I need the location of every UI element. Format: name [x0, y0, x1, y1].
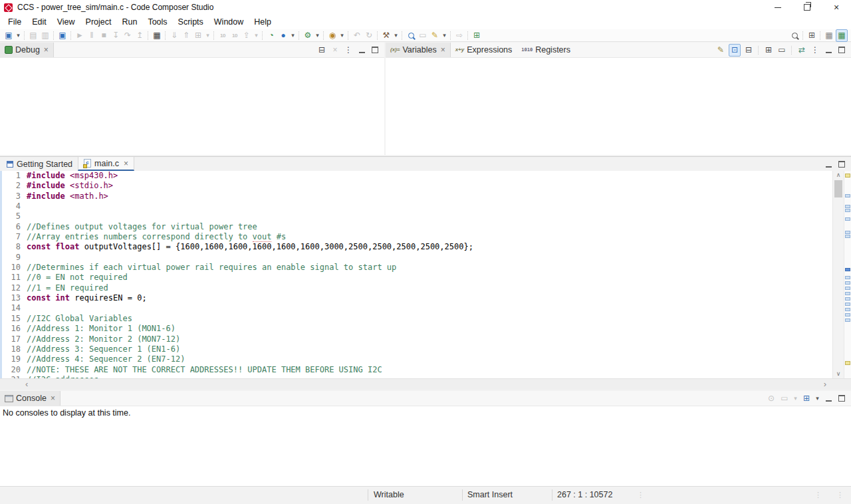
menu-project[interactable]: Project [80, 15, 117, 29]
view-menu-icon[interactable]: ⋮ [810, 45, 820, 56]
maximize-icon[interactable] [836, 45, 847, 56]
ruler-marker[interactable] [845, 194, 850, 197]
build-dropdown[interactable]: ▾ [393, 30, 399, 41]
code-editor[interactable]: 1#include <msp430.h>2#include <stdio.h>3… [0, 171, 851, 378]
line-number[interactable]: 20 [2, 365, 27, 375]
line-number[interactable]: 17 [2, 334, 27, 344]
vertical-scrollbar[interactable]: ∧ ∨ [832, 171, 844, 378]
analyze-dropdown[interactable]: ▾ [290, 30, 296, 41]
scroll-left-icon[interactable]: ‹ [25, 379, 28, 389]
tab-expressions[interactable]: x+y Expressions [451, 43, 517, 57]
scrollbar-thumb[interactable] [834, 180, 842, 197]
open-view-icon[interactable]: ▭ [777, 45, 787, 56]
profile-button[interactable]: ◔ [266, 30, 277, 41]
tab-main-c[interactable]: c main.c × [78, 157, 134, 171]
maximize-icon[interactable] [370, 45, 380, 56]
restore-window-button[interactable] [792, 0, 822, 15]
line-number[interactable]: 2 [2, 181, 27, 191]
close-window-button[interactable]: × [822, 0, 851, 15]
close-icon[interactable]: × [441, 46, 445, 54]
line-number[interactable]: 9 [2, 253, 27, 263]
line-number[interactable]: 8 [2, 242, 27, 252]
ruler-marker[interactable] [845, 308, 850, 311]
ruler-marker[interactable] [845, 231, 850, 234]
line-number[interactable]: 15 [2, 314, 27, 324]
ruler-marker[interactable] [845, 205, 850, 208]
highlight-button[interactable]: ✎ [429, 30, 440, 41]
ccs-debug-perspective-button[interactable]: ▦ [836, 29, 848, 42]
ruler-marker[interactable] [845, 174, 850, 178]
ruler-marker[interactable] [845, 361, 850, 365]
scan-button[interactable] [406, 30, 416, 41]
overview-ruler[interactable] [844, 171, 851, 378]
maximize-icon[interactable] [836, 158, 847, 170]
line-number[interactable]: 12 [2, 283, 27, 293]
analyze-button[interactable]: ● [278, 30, 289, 41]
line-number[interactable]: 4 [2, 201, 27, 211]
collapse-all-icon[interactable]: ⊟ [743, 45, 754, 56]
search-button[interactable] [789, 30, 800, 41]
line-number[interactable]: 5 [2, 211, 27, 221]
line-number[interactable]: 3 [2, 191, 27, 201]
close-icon[interactable]: × [44, 46, 49, 54]
ruler-marker[interactable] [845, 217, 850, 221]
menu-run[interactable]: Run [116, 15, 142, 29]
refresh-icon[interactable]: ⇄ [796, 45, 807, 56]
build-button[interactable]: ⚒ [381, 30, 392, 41]
menu-file[interactable]: File [3, 15, 27, 29]
line-number[interactable]: 6 [2, 222, 27, 232]
ruler-marker[interactable] [845, 313, 850, 316]
line-number[interactable]: 18 [2, 344, 27, 354]
menu-scripts[interactable]: Scripts [173, 15, 209, 29]
ruler-marker[interactable] [845, 318, 850, 322]
line-number[interactable]: 10 [2, 263, 27, 273]
open-console-icon[interactable]: ⊞ [801, 393, 812, 404]
maximize-icon[interactable] [836, 393, 847, 404]
menu-window[interactable]: Window [209, 15, 249, 29]
line-number[interactable]: 1 [2, 171, 27, 181]
view-menu-icon[interactable]: ⋮ [343, 45, 354, 56]
scroll-right-icon[interactable]: › [824, 379, 826, 389]
line-number[interactable]: 7 [2, 232, 27, 242]
new-file-button[interactable]: ▣ [3, 30, 14, 41]
tab-console[interactable]: Console × [0, 391, 61, 406]
close-icon[interactable]: × [124, 160, 128, 168]
tab-debug[interactable]: Debug × [0, 43, 54, 57]
tab-variables[interactable]: (x)= Variables × [386, 43, 451, 57]
ruler-marker[interactable] [845, 276, 850, 279]
ruler-marker[interactable] [845, 287, 850, 290]
tab-getting-started[interactable]: Getting Started [1, 157, 78, 171]
open-console-dropdown[interactable]: ▾ [814, 393, 820, 404]
new-file-dropdown[interactable]: ▾ [15, 30, 21, 41]
line-number[interactable]: 13 [2, 293, 27, 303]
ccs-edit-perspective-button[interactable]: ▦ [824, 30, 834, 41]
highlight-dropdown[interactable]: ▾ [441, 30, 447, 41]
target-config-button[interactable]: ⚙ [303, 30, 313, 41]
scroll-up-icon[interactable]: ∧ [833, 171, 844, 180]
ruler-marker[interactable] [845, 297, 850, 301]
tab-registers[interactable]: 1010 Registers [517, 43, 575, 57]
ruler-marker[interactable] [845, 292, 850, 295]
registers-button[interactable]: ▦ [152, 30, 162, 41]
layout-icon[interactable]: ⊡ [729, 44, 741, 57]
minimize-window-button[interactable] [763, 0, 792, 15]
line-number[interactable]: 19 [2, 354, 27, 364]
line-number[interactable]: 14 [2, 303, 27, 313]
flash-dropdown[interactable]: ▾ [339, 30, 345, 41]
new-project-button[interactable]: ⊞ [471, 30, 482, 41]
target-config-dropdown[interactable]: ▾ [314, 30, 320, 41]
menu-edit[interactable]: Edit [27, 15, 52, 29]
variables-panel-body[interactable] [386, 58, 851, 155]
minimize-icon[interactable] [823, 158, 834, 170]
debug-button[interactable]: ▣ [57, 30, 68, 41]
menu-view[interactable]: View [52, 15, 80, 29]
show-type-names-icon[interactable]: ✎ [715, 45, 726, 56]
scroll-down-icon[interactable]: ∨ [833, 370, 844, 378]
debug-panel-body[interactable] [0, 58, 384, 155]
ruler-marker[interactable] [845, 303, 850, 306]
flash-button[interactable]: ◉ [327, 30, 338, 41]
line-number[interactable]: 16 [2, 324, 27, 334]
new-view-icon[interactable]: ⊞ [763, 45, 774, 56]
ruler-marker[interactable] [845, 235, 850, 238]
line-number[interactable]: 11 [2, 273, 27, 283]
